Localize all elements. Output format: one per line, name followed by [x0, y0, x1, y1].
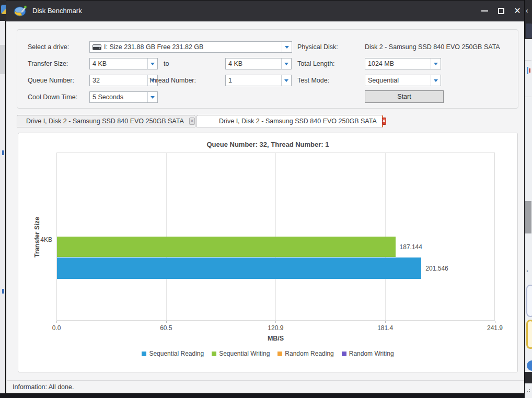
legend-item: Random Writing	[342, 350, 394, 357]
total-length-select[interactable]: 1024 MB	[365, 58, 441, 69]
resize-grip[interactable]	[526, 388, 531, 393]
legend-label: Random Reading	[285, 350, 333, 357]
background-icon-fragment	[529, 68, 530, 73]
x-axis-label: MB/S	[56, 335, 495, 342]
background-scrollbar-thumb[interactable]	[525, 201, 531, 233]
background-button-fragment	[526, 320, 532, 349]
chevron-down-icon	[151, 63, 155, 65]
tab-close-icon[interactable]: ×	[189, 118, 195, 125]
minimize-button[interactable]	[477, 4, 492, 18]
background-app-icon-fragment	[1, 5, 6, 14]
background-button-fragment	[526, 285, 532, 317]
total-length-dropdown[interactable]	[431, 58, 441, 69]
transfer-size-label: Transfer Size:	[28, 58, 68, 69]
drive-select-dropdown[interactable]	[282, 42, 292, 52]
legend-item: Random Reading	[277, 350, 333, 357]
tab-close-icon[interactable]: ×	[382, 118, 386, 125]
start-button[interactable]: Start	[365, 90, 444, 103]
queue-number-select[interactable]: 32	[89, 75, 158, 86]
physical-disk-value: Disk 2 - Samsung SSD 840 EVO 250GB SATA	[365, 41, 500, 53]
test-mode-select[interactable]: Sequential	[365, 75, 441, 86]
total-length-value: 1024 MB	[365, 60, 431, 67]
chevron-down-icon	[284, 79, 288, 82]
tab-result-2-active[interactable]: Drive I, Disk 2 - Samsung SSD 840 EVO 25…	[196, 115, 383, 127]
status-text: Information: All done.	[13, 383, 74, 391]
screen: ‹ › Disk Benchmark ✕	[0, 0, 532, 398]
maximize-icon	[498, 8, 504, 14]
background-blue-mark	[2, 289, 4, 294]
cool-down-select[interactable]: 5 Seconds	[89, 91, 158, 103]
background-button-fragment	[527, 360, 532, 371]
x-axis-tick	[166, 321, 167, 323]
legend-swatch-icon	[277, 352, 282, 356]
chart-legend: Sequential ReadingSequential WritingRand…	[18, 350, 517, 357]
x-tick-label: 120.9	[268, 324, 283, 332]
divider	[525, 60, 531, 61]
window-title: Disk Benchmark	[32, 7, 82, 15]
close-icon: ✕	[514, 7, 521, 15]
background-scrollbar-thumb[interactable]	[0, 45, 5, 74]
bar-sequential-reading	[57, 257, 421, 279]
queue-number-value: 32	[90, 77, 147, 84]
x-axis-tick	[56, 321, 57, 323]
tab-label: Drive I, Disk 2 - Samsung SSD 840 EVO 25…	[219, 118, 377, 125]
background-window-titlebar-fragment: ‹	[525, 0, 532, 39]
chevron-left-icon: ‹	[526, 6, 528, 15]
transfer-from-select[interactable]: 4 KB	[89, 58, 158, 69]
disk-benchmark-window: Disk Benchmark ✕ Select a drive: I: Size…	[6, 0, 525, 394]
x-tick-label: 241.9	[487, 324, 503, 332]
divider	[525, 97, 531, 97]
chevron-down-icon	[151, 96, 155, 99]
legend-swatch-icon	[142, 352, 146, 356]
background-window-right-edge: ‹ ›	[525, 0, 532, 398]
drive-icon	[92, 44, 101, 50]
test-mode-dropdown[interactable]	[431, 75, 441, 86]
chevron-down-icon	[434, 79, 438, 82]
drive-value: I: Size 231.88 GB Free 231.82 GB	[104, 43, 203, 51]
background-icon-fragment	[526, 24, 532, 38]
x-axis-tick	[495, 321, 495, 323]
chart-title: Queue Number: 32, Thread Number: 1	[18, 141, 517, 148]
thread-number-label: Thread Number:	[148, 75, 196, 86]
y-axis-label: Transfer Size	[33, 185, 41, 289]
x-axis-tick	[385, 321, 386, 323]
transfer-to-value: 4 KB	[226, 60, 281, 67]
chevron-right-icon: ›	[526, 267, 528, 274]
background-window-bottom-edge	[0, 393, 525, 398]
legend-item: Sequential Writing	[212, 350, 270, 357]
drive-label: Select a drive:	[28, 41, 69, 53]
thread-number-dropdown[interactable]	[281, 75, 291, 86]
app-icon	[14, 5, 27, 17]
cool-down-value: 5 Seconds	[90, 93, 147, 101]
physical-disk-label: Physical Disk:	[297, 41, 338, 53]
background-window-left-edge	[0, 0, 6, 398]
status-divider	[7, 380, 524, 381]
background-icon-fragment	[527, 67, 528, 74]
bar-sequential-writing	[57, 237, 396, 257]
chart-panel: Queue Number: 32, Thread Number: 1 Trans…	[18, 133, 518, 372]
background-blue-mark	[2, 150, 4, 155]
background-window-edge	[525, 372, 532, 383]
legend-item: Sequential Reading	[142, 350, 204, 357]
maximize-button[interactable]	[494, 4, 508, 18]
transfer-to-select[interactable]: 4 KB	[225, 58, 292, 69]
plot-area: 187.144201.546	[56, 153, 495, 321]
close-button[interactable]: ✕	[510, 4, 525, 18]
x-tick-label: 60.5	[160, 324, 172, 332]
cool-down-dropdown[interactable]	[147, 92, 157, 102]
chevron-down-icon	[434, 63, 438, 65]
drive-select[interactable]: I: Size 231.88 GB Free 231.82 GB	[89, 41, 292, 53]
transfer-to-dropdown[interactable]	[281, 58, 291, 69]
bar-value-label: 201.546	[425, 265, 448, 272]
bar-value-label: 187.144	[400, 243, 422, 251]
test-mode-label: Test Mode:	[297, 75, 329, 86]
legend-label: Sequential Writing	[219, 350, 270, 357]
transfer-from-dropdown[interactable]	[147, 58, 157, 69]
thread-number-select[interactable]: 1	[225, 75, 292, 86]
x-axis-tick	[275, 321, 276, 323]
transfer-from-value: 4 KB	[90, 60, 147, 67]
to-label: to	[164, 58, 169, 69]
titlebar: Disk Benchmark ✕	[6, 1, 524, 21]
x-tick-label: 0.0	[52, 324, 61, 332]
tab-result-1[interactable]: Drive I, Disk 2 - Samsung SSD 840 EVO 25…	[17, 115, 195, 127]
